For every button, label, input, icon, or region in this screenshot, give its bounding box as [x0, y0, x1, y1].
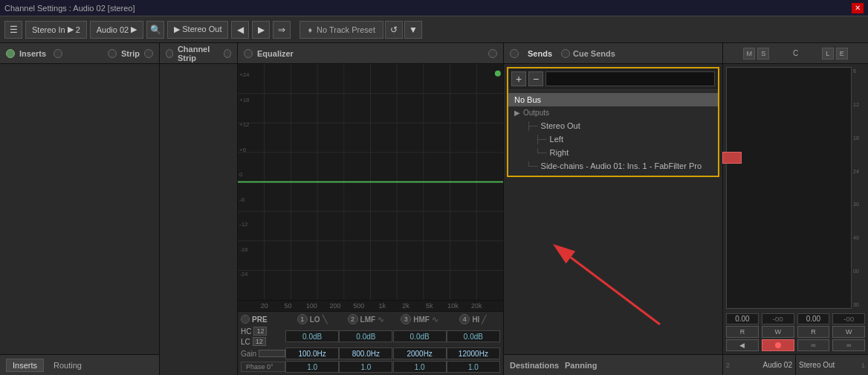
solo-button[interactable]: S	[757, 48, 769, 60]
track1-name[interactable]: Audio 02	[763, 361, 792, 369]
no-bus-item[interactable]: No Bus	[508, 93, 718, 106]
write-button-right[interactable]: W	[832, 326, 865, 338]
band1-freq[interactable]: 100.0Hz	[285, 347, 339, 359]
band2-led[interactable]: 2	[348, 314, 358, 324]
remove-send-button[interactable]: −	[528, 71, 543, 86]
band1-q[interactable]: 1.0	[285, 361, 339, 373]
scale-6: 6	[853, 68, 865, 74]
dropdown-list: No Bus ▶ Outputs ├─ Stereo Out ├─ Left	[508, 90, 718, 176]
band4-gain[interactable]: 0.0dB	[447, 330, 500, 342]
search-icon-btn[interactable]: 🔍	[146, 21, 164, 39]
inserts-bypass-btn[interactable]	[54, 49, 62, 58]
fader-value-left[interactable]: 0.00	[726, 313, 759, 324]
band2-header: 2 LMF ∿	[339, 314, 392, 324]
sends-dropdown: + − No Bus ▶ Outputs ├─ Stereo Out	[507, 67, 719, 177]
strip-opt[interactable]	[224, 49, 231, 58]
sidechain-label: Side-chains - Audio 01: Ins. 1 - FabFilt…	[541, 161, 702, 170]
eq-canvas[interactable]: +24 +18 +12 +6 0 -6 -12 -18 -24	[238, 64, 503, 300]
band4-led[interactable]: 4	[459, 314, 470, 324]
band4-q[interactable]: 1.0	[447, 361, 500, 373]
outputs-category[interactable]: ▶ Outputs	[508, 106, 718, 119]
routing-tab[interactable]: Routing	[47, 359, 88, 372]
eq-db-labels: +24 +18 +12 +6 0 -6 -12 -18 -24	[239, 71, 250, 278]
close-button[interactable]: ✕	[852, 3, 864, 13]
hc-value[interactable]: 12	[253, 327, 267, 336]
lc-value[interactable]: 12	[253, 337, 266, 346]
band3-led[interactable]: 3	[401, 314, 411, 324]
eq-pre-section: PRE	[241, 315, 285, 324]
band1-gain[interactable]: 0.0dB	[285, 330, 339, 342]
band4-freq[interactable]: 12000Hz	[447, 347, 500, 359]
edit-button[interactable]: E	[836, 48, 848, 60]
band1-led[interactable]: 1	[297, 314, 308, 324]
inserts-tab[interactable]: Inserts	[6, 359, 44, 372]
strip-led[interactable]	[166, 49, 173, 58]
listen-button[interactable]: L	[822, 48, 834, 60]
band3-freq[interactable]: 2000Hz	[393, 347, 447, 359]
inserts-power-led[interactable]	[6, 49, 15, 58]
lc-row: LC 12	[241, 337, 285, 346]
pre-label: PRE	[252, 315, 268, 324]
sends-tab[interactable]: Sends	[528, 49, 552, 58]
link-button-right[interactable]: ∞	[832, 339, 865, 351]
eq-pre-led[interactable]	[241, 315, 250, 324]
stereo-out-button[interactable]: ▶ Stereo Out	[167, 21, 228, 39]
band2-freq[interactable]: 800.0Hz	[339, 347, 392, 359]
cue-sends-tab[interactable]: Cue Sends	[561, 49, 615, 58]
band3-q[interactable]: 1.0	[393, 361, 447, 373]
db-label-12: +12	[239, 121, 250, 128]
gain-slider[interactable]	[259, 350, 285, 357]
strip-power-led[interactable]	[144, 49, 153, 58]
link-button-left[interactable]: ∞	[797, 339, 830, 351]
left-item[interactable]: ├─ Left	[508, 132, 718, 146]
destinations-tab[interactable]: Destinations	[510, 361, 559, 370]
fader-value-right[interactable]: 0.00	[797, 313, 830, 324]
play-button[interactable]: ◀	[726, 339, 759, 351]
stereo-out-item[interactable]: ├─ Stereo Out	[508, 119, 718, 132]
nav-back-button[interactable]: ◀	[231, 21, 249, 39]
fader-header-row: M S C L E	[723, 43, 868, 64]
band2-q[interactable]: 1.0	[339, 361, 392, 373]
eq-led[interactable]	[244, 49, 253, 58]
fader-meter-panel: M S C L E 6 12 18 24 30	[723, 43, 868, 375]
eq-opt[interactable]	[488, 49, 497, 58]
stereo-in-button[interactable]: Stereo In ▶ 2	[25, 21, 87, 39]
fader-area: 6 12 18 24 30 40 00 30	[723, 64, 868, 312]
send-search-input[interactable]	[545, 71, 715, 86]
strip-title: Strip	[121, 49, 140, 58]
export-button[interactable]: ⇒	[273, 21, 291, 39]
freq-10k: 10k	[441, 302, 465, 310]
mute-button[interactable]: M	[743, 48, 755, 60]
left-fader-thumb[interactable]	[722, 152, 742, 164]
channel-name-button[interactable]: Audio 02 ▶	[90, 21, 143, 39]
nav-forward-button[interactable]: ▶	[252, 21, 270, 39]
sidechain-item[interactable]: └─ Side-chains - Audio 01: Ins. 1 - FabF…	[508, 159, 718, 173]
band3-gain[interactable]: 0.0dB	[393, 330, 447, 342]
dropdown-toolbar: + −	[508, 68, 718, 90]
record-dot	[775, 342, 781, 348]
inserts-opt1[interactable]	[108, 49, 117, 58]
left-fader-track[interactable]	[726, 67, 852, 309]
scale-12: 12	[853, 102, 865, 107]
menu-button[interactable]: ☰	[4, 21, 22, 39]
freq-200: 200	[323, 302, 347, 310]
band2-type: LMF	[360, 315, 376, 324]
sends-led[interactable]	[510, 49, 519, 58]
cue-led[interactable]	[561, 49, 570, 58]
db-label-24: +24	[239, 71, 250, 78]
preset-button[interactable]: ♦ No Track Preset	[299, 21, 383, 39]
right-item[interactable]: └─ Right	[508, 146, 718, 159]
phase-button[interactable]: Phase 0°	[241, 362, 285, 372]
panning-tab[interactable]: Panning	[565, 361, 597, 370]
band2-gain[interactable]: 0.0dB	[339, 330, 392, 342]
track2-name[interactable]: Stereo Out	[799, 361, 835, 369]
read-button-left[interactable]: R	[726, 326, 759, 338]
eq-header: Equalizer	[238, 43, 503, 64]
record-button[interactable]	[762, 339, 794, 351]
refresh-preset-button[interactable]: ↺	[385, 21, 403, 39]
write-button-left[interactable]: W	[762, 326, 794, 338]
preset-dropdown-button[interactable]: ▼	[404, 21, 422, 39]
band4-type: HI	[472, 315, 479, 324]
add-send-button[interactable]: +	[511, 71, 526, 86]
read-button-right[interactable]: R	[797, 326, 830, 338]
